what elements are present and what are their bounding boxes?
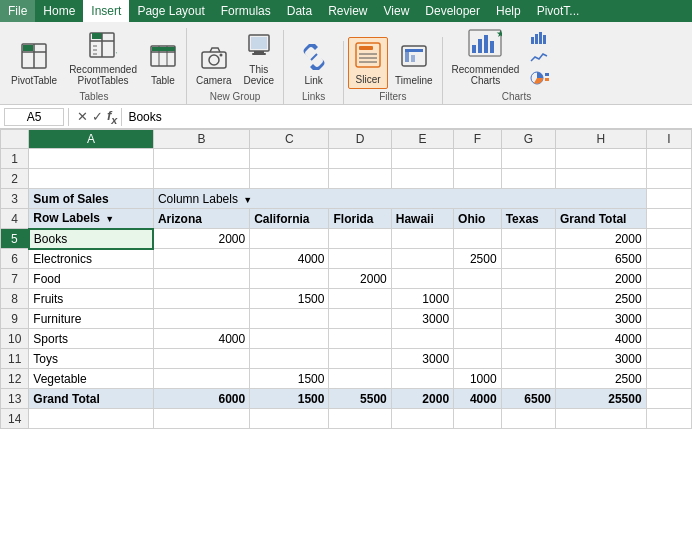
cell-e1[interactable]: [391, 149, 453, 169]
row-num-5[interactable]: 5: [1, 229, 29, 249]
cell-f2[interactable]: [454, 169, 502, 189]
cell-c13[interactable]: 1500: [250, 389, 329, 409]
cell-a3[interactable]: Sum of Sales: [29, 189, 154, 209]
cell-f13[interactable]: 4000: [454, 389, 502, 409]
row-num-7[interactable]: 7: [1, 269, 29, 289]
row-num-13[interactable]: 13: [1, 389, 29, 409]
insert-function-icon[interactable]: fx: [107, 108, 117, 126]
menu-formulas[interactable]: Formulas: [213, 0, 279, 22]
cell-h10[interactable]: 4000: [555, 329, 646, 349]
row-num-11[interactable]: 11: [1, 349, 29, 369]
cell-i9[interactable]: [646, 309, 691, 329]
cell-g9[interactable]: [501, 309, 555, 329]
cell-d14[interactable]: [329, 409, 391, 429]
cell-a10[interactable]: Sports: [29, 329, 154, 349]
cell-d6[interactable]: [329, 249, 391, 269]
cell-a2[interactable]: [29, 169, 154, 189]
menu-home[interactable]: Home: [35, 0, 83, 22]
cell-b11[interactable]: [153, 349, 249, 369]
cell-b12[interactable]: [153, 369, 249, 389]
cell-f6[interactable]: 2500: [454, 249, 502, 269]
cell-c9[interactable]: [250, 309, 329, 329]
cell-c14[interactable]: [250, 409, 329, 429]
table-button[interactable]: Table: [144, 39, 182, 89]
cell-g13[interactable]: 6500: [501, 389, 555, 409]
col-header-e[interactable]: E: [391, 130, 453, 149]
menu-pivott[interactable]: PivotT...: [529, 0, 588, 22]
row-num-8[interactable]: 8: [1, 289, 29, 309]
cell-e13[interactable]: 2000: [391, 389, 453, 409]
cell-c1[interactable]: [250, 149, 329, 169]
link-button[interactable]: Link: [296, 41, 332, 89]
cell-d9[interactable]: [329, 309, 391, 329]
cell-f9[interactable]: [454, 309, 502, 329]
cell-g12[interactable]: [501, 369, 555, 389]
col-header-i[interactable]: I: [646, 130, 691, 149]
cell-e11[interactable]: 3000: [391, 349, 453, 369]
cell-f7[interactable]: [454, 269, 502, 289]
cell-d1[interactable]: [329, 149, 391, 169]
confirm-formula-icon[interactable]: ✓: [92, 109, 103, 124]
menu-view[interactable]: View: [376, 0, 418, 22]
cell-i2[interactable]: [646, 169, 691, 189]
menu-page-layout[interactable]: Page Layout: [129, 0, 212, 22]
cell-d10[interactable]: [329, 329, 391, 349]
cell-e5[interactable]: [391, 229, 453, 249]
cancel-formula-icon[interactable]: ✕: [77, 109, 88, 124]
cell-h8[interactable]: 2500: [555, 289, 646, 309]
cell-f1[interactable]: [454, 149, 502, 169]
cell-d5[interactable]: [329, 229, 391, 249]
slicer-button[interactable]: Slicer: [348, 37, 388, 89]
cell-h13[interactable]: 25500: [555, 389, 646, 409]
cell-a6[interactable]: Electronics: [29, 249, 154, 269]
cell-c6[interactable]: 4000: [250, 249, 329, 269]
this-device-button[interactable]: ThisDevice: [239, 30, 280, 89]
cell-c10[interactable]: [250, 329, 329, 349]
menu-developer[interactable]: Developer: [417, 0, 488, 22]
col-header-g[interactable]: G: [501, 130, 555, 149]
cell-i6[interactable]: [646, 249, 691, 269]
cell-g14[interactable]: [501, 409, 555, 429]
pie-chart-small-button[interactable]: [526, 70, 586, 89]
row-num-2[interactable]: 2: [1, 169, 29, 189]
menu-review[interactable]: Review: [320, 0, 375, 22]
col-header-a[interactable]: A: [29, 130, 154, 149]
cell-c11[interactable]: [250, 349, 329, 369]
cell-f10[interactable]: [454, 329, 502, 349]
cell-b1[interactable]: [153, 149, 249, 169]
cell-d8[interactable]: [329, 289, 391, 309]
cell-c2[interactable]: [250, 169, 329, 189]
cell-h9[interactable]: 3000: [555, 309, 646, 329]
cell-i13[interactable]: [646, 389, 691, 409]
col-header-d[interactable]: D: [329, 130, 391, 149]
cell-a12[interactable]: Vegetable: [29, 369, 154, 389]
formula-input[interactable]: [121, 108, 688, 126]
cell-b9[interactable]: [153, 309, 249, 329]
cell-i14[interactable]: [646, 409, 691, 429]
row-num-1[interactable]: 1: [1, 149, 29, 169]
cell-a8[interactable]: Fruits: [29, 289, 154, 309]
cell-f12[interactable]: 1000: [454, 369, 502, 389]
cell-i3[interactable]: [646, 189, 691, 209]
cell-b4[interactable]: Arizona: [153, 209, 249, 229]
cell-d11[interactable]: [329, 349, 391, 369]
cell-c8[interactable]: 1500: [250, 289, 329, 309]
cell-i5[interactable]: [646, 229, 691, 249]
cell-g11[interactable]: [501, 349, 555, 369]
cell-b7[interactable]: [153, 269, 249, 289]
cell-b6[interactable]: [153, 249, 249, 269]
cell-i8[interactable]: [646, 289, 691, 309]
cell-h2[interactable]: [555, 169, 646, 189]
cell-f11[interactable]: [454, 349, 502, 369]
cell-reference-input[interactable]: [4, 108, 64, 126]
menu-help[interactable]: Help: [488, 0, 529, 22]
cell-d13[interactable]: 5500: [329, 389, 391, 409]
row-labels-dropdown[interactable]: ▼: [105, 214, 114, 224]
row-num-14[interactable]: 14: [1, 409, 29, 429]
row-num-4[interactable]: 4: [1, 209, 29, 229]
cell-g1[interactable]: [501, 149, 555, 169]
pivot-table-button[interactable]: PivotTable: [6, 39, 62, 89]
cell-h11[interactable]: 3000: [555, 349, 646, 369]
cell-e8[interactable]: 1000: [391, 289, 453, 309]
cell-h7[interactable]: 2000: [555, 269, 646, 289]
